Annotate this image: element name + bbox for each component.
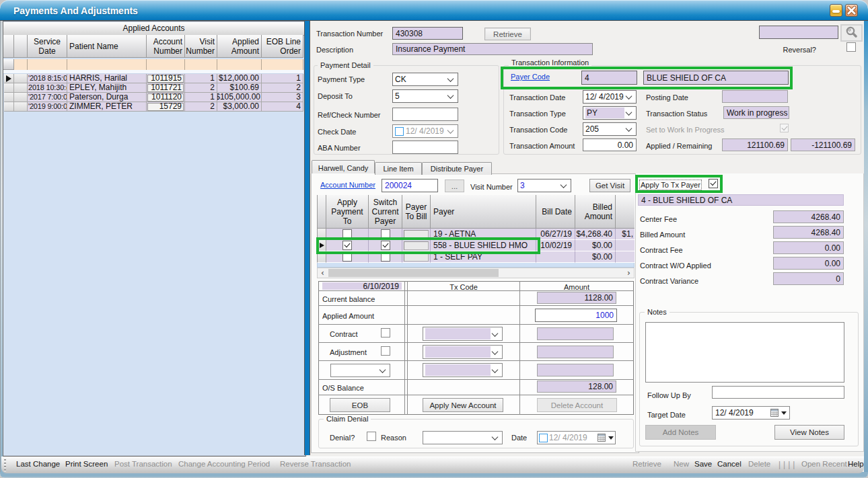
- cell-applied-amount-2[interactable]: $105,000.00: [217, 93, 262, 102]
- visit-number-combo[interactable]: 3: [517, 179, 571, 192]
- transaction-number-field[interactable]: 430308: [392, 27, 463, 40]
- panel-splitter[interactable]: [304, 21, 310, 455]
- search-field[interactable]: [759, 26, 838, 39]
- scroll-left-arrow[interactable]: ‹: [318, 268, 328, 278]
- extra-amount-field[interactable]: [537, 364, 614, 376]
- transaction-amount-field[interactable]: 0.00: [583, 138, 637, 151]
- contract-combo[interactable]: [423, 327, 503, 341]
- view-notes-button[interactable]: View Notes: [774, 425, 844, 440]
- cell-applied-amount-3[interactable]: $3,000.00: [217, 102, 262, 112]
- denial-date-checkbox[interactable]: [539, 434, 548, 442]
- tab-line-item[interactable]: Line Item: [375, 162, 422, 175]
- scroll-right-arrow[interactable]: ›: [624, 268, 634, 278]
- contract-amount-field[interactable]: [537, 327, 614, 340]
- statusbar-new[interactable]: New: [674, 460, 689, 468]
- cell-eob-1[interactable]: 2: [262, 83, 303, 93]
- cell-patient-name-0[interactable]: HARRIS, Harilal: [67, 74, 147, 83]
- bill-date-cell-0[interactable]: 06/27/19: [536, 229, 575, 240]
- search-button[interactable]: [840, 24, 863, 42]
- billed-amount-cell-2[interactable]: $0.00: [575, 251, 616, 263]
- reason-combo[interactable]: [423, 431, 503, 444]
- statusbar-last-change[interactable]: Last Change: [16, 460, 60, 468]
- minimize-button[interactable]: [830, 4, 842, 17]
- cell-visit-number-3[interactable]: 2: [185, 102, 217, 112]
- toolbar-grip[interactable]: [4, 459, 6, 471]
- cell-service-date-2[interactable]: '2017 7:00:0: [28, 93, 67, 102]
- cell-visit-number-1[interactable]: 2: [185, 83, 217, 93]
- column-header-account-number[interactable]: Account Number: [147, 35, 185, 58]
- statusbar-cancel[interactable]: Cancel: [717, 460, 742, 468]
- adjustment-checkbox[interactable]: [381, 346, 390, 356]
- filter-cell-service-date[interactable]: [28, 59, 67, 70]
- description-field[interactable]: Insurance Payment: [392, 43, 593, 55]
- cell-patient-name-2[interactable]: Paterson, Durga: [67, 93, 147, 102]
- account-number-link[interactable]: Account Number: [320, 181, 375, 189]
- get-visit-button[interactable]: Get Visit: [589, 179, 630, 192]
- cell-service-date-0[interactable]: '2018 8:15:0: [28, 74, 67, 83]
- payment-type-combo[interactable]: CK: [392, 73, 458, 86]
- ref-check-number-field[interactable]: [392, 108, 458, 121]
- cell-account-number-0[interactable]: 1011915: [147, 74, 185, 83]
- denial-date-picker[interactable]: 12/ 4/2019: [537, 431, 616, 444]
- cell-account-number-1[interactable]: 1011721: [147, 83, 185, 93]
- extra-combo[interactable]: [423, 363, 503, 377]
- column-header-visit-number[interactable]: Visit Number: [185, 35, 217, 58]
- reversal-checkbox[interactable]: [846, 42, 856, 52]
- cell-visit-number-2[interactable]: 1: [185, 93, 217, 102]
- check-date-picker[interactable]: 12/ 4/2019: [392, 124, 458, 138]
- target-date-picker[interactable]: 12/ 4/2019: [712, 406, 790, 420]
- billed-amount-cell-1[interactable]: $0.00: [575, 240, 616, 251]
- follow-up-by-field[interactable]: [712, 386, 844, 399]
- payer-col-billed-amount[interactable]: Billed Amount: [575, 195, 616, 229]
- transaction-date-combo[interactable]: 12/ 4/2019: [583, 90, 637, 104]
- adjustment-amount-field[interactable]: [537, 346, 614, 358]
- cell-applied-amount-1[interactable]: $100.69: [217, 83, 262, 93]
- statusbar-reverse-transaction[interactable]: Reverse Transaction: [280, 460, 351, 468]
- transaction-code-combo[interactable]: 205: [583, 122, 637, 136]
- column-header-patient-name[interactable]: Patient Name: [67, 35, 147, 58]
- notes-textarea[interactable]: [645, 322, 844, 383]
- cell-account-number-2[interactable]: 1011120: [147, 93, 185, 102]
- extra-type-combo[interactable]: [330, 364, 390, 377]
- payer-col-payer[interactable]: Payer: [431, 195, 536, 229]
- contract-checkbox[interactable]: [381, 328, 390, 337]
- title-bar[interactable]: Payments And Adjustments: [0, 0, 868, 21]
- filter-cell-applied-amount[interactable]: [217, 59, 262, 70]
- filter-cell-visit-number[interactable]: [185, 59, 217, 70]
- row-selector-2[interactable]: [4, 93, 14, 102]
- account-number-field[interactable]: 200024: [382, 179, 438, 192]
- row-selector-0[interactable]: [4, 74, 14, 83]
- statusbar-post-transaction[interactable]: Post Transaction: [114, 460, 172, 468]
- cell-patient-name-3[interactable]: ZIMMER, PETER: [67, 102, 147, 112]
- cell-patient-name-1[interactable]: EPLEY, Mahijith: [67, 83, 147, 93]
- statusbar-change-accounting-period[interactable]: Change Accounting Period: [178, 460, 270, 468]
- apply-new-account-button[interactable]: Apply New Account: [423, 398, 503, 412]
- tab-distribute-payer[interactable]: Distribute Payer: [422, 162, 492, 175]
- payer-col-apply[interactable]: Apply Payment To: [326, 195, 369, 229]
- bill-date-cell-2[interactable]: [536, 251, 575, 263]
- cell-service-date-3[interactable]: '2019 9:00:0: [28, 102, 67, 112]
- filter-cell-eob[interactable]: [262, 59, 303, 70]
- clipped-cell-2[interactable]: [616, 251, 635, 263]
- add-notes-button[interactable]: Add Notes: [645, 425, 716, 440]
- column-header-eob-line-order[interactable]: EOB Line Order: [262, 35, 303, 58]
- statusbar-print-screen[interactable]: Print Screen: [65, 460, 108, 468]
- adjustment-combo[interactable]: [423, 345, 503, 359]
- column-header-service-date[interactable]: Service Date: [28, 35, 67, 58]
- ellipsis-button[interactable]: ...: [445, 180, 464, 192]
- column-header-applied-amount[interactable]: Applied Amount: [217, 35, 262, 58]
- row-selector-1[interactable]: [4, 83, 14, 93]
- filter-cell-account-number[interactable]: [147, 59, 185, 70]
- tab-harwell-candy[interactable]: Harwell, Candy: [312, 160, 375, 175]
- deposit-to-combo[interactable]: 5: [392, 89, 458, 103]
- bill-date-cell-1[interactable]: 10/02/19: [536, 240, 575, 251]
- cell-account-number-3[interactable]: 15729: [147, 102, 185, 112]
- cell-visit-number-0[interactable]: 1: [185, 74, 217, 83]
- close-button[interactable]: [845, 4, 858, 17]
- cell-service-date-1[interactable]: 2018 10:30:(: [28, 83, 67, 93]
- cell-eob-0[interactable]: 1: [262, 74, 303, 83]
- delete-account-button[interactable]: Delete Account: [537, 398, 617, 412]
- statusbar-save[interactable]: Save: [694, 460, 712, 468]
- cell-eob-3[interactable]: 4: [262, 102, 303, 112]
- check-date-checkbox[interactable]: [395, 127, 404, 136]
